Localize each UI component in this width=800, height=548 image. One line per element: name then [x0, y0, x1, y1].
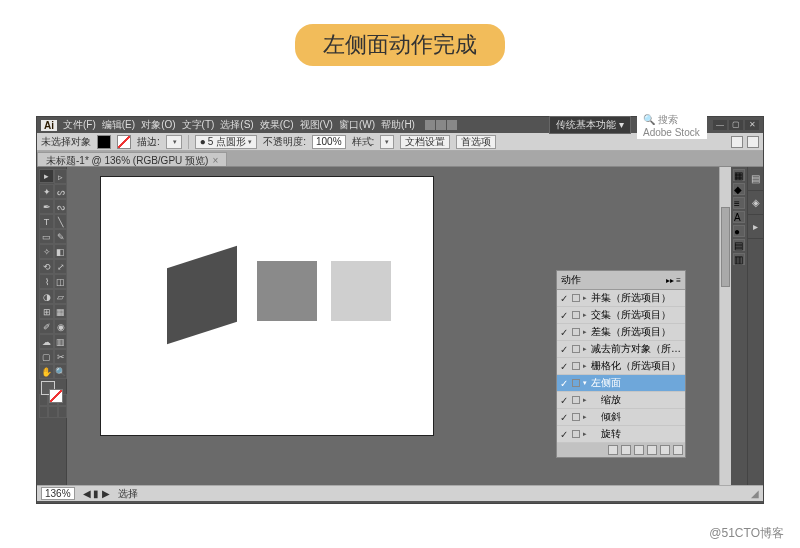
brush-select[interactable]: ● 5 点圆形▾: [195, 135, 257, 149]
shape-square-light[interactable]: [331, 261, 391, 321]
search-box[interactable]: 🔍 搜索 Adobe Stock: [637, 112, 707, 139]
lasso-tool[interactable]: ᔕ: [54, 184, 67, 199]
perspective-tool[interactable]: ▱: [54, 289, 67, 304]
dialog-toggle[interactable]: [572, 396, 580, 404]
dialog-toggle[interactable]: [572, 413, 580, 421]
transform-icon[interactable]: [747, 136, 759, 148]
fill-swatch[interactable]: [97, 135, 111, 149]
dialog-toggle[interactable]: [572, 311, 580, 319]
expand-toggle-icon[interactable]: ▸: [583, 345, 591, 353]
artboard-nav[interactable]: ◀ ▮ ▶: [83, 488, 111, 499]
shaper-tool[interactable]: ✧: [39, 244, 54, 259]
check-icon[interactable]: ✓: [559, 429, 569, 440]
dock-icon-6[interactable]: ▥: [733, 253, 745, 265]
action-row-7[interactable]: ✓▸倾斜: [557, 409, 685, 426]
dock-icon-2[interactable]: ≡: [733, 197, 745, 209]
check-icon[interactable]: ✓: [559, 361, 569, 372]
check-icon[interactable]: ✓: [559, 327, 569, 338]
dialog-toggle[interactable]: [572, 294, 580, 302]
minimize-button[interactable]: —: [713, 120, 727, 130]
new-set-button[interactable]: [647, 445, 657, 455]
menu-select[interactable]: 选择(S): [220, 118, 253, 132]
vertical-scrollbar[interactable]: [719, 167, 731, 485]
action-row-2[interactable]: ✓▸差集（所选项目）: [557, 324, 685, 341]
expand-toggle-icon[interactable]: ▸: [583, 396, 591, 404]
hand-tool[interactable]: ✋: [39, 364, 54, 379]
draw-behind-button[interactable]: [48, 406, 57, 418]
menu-file[interactable]: 文件(F): [63, 118, 96, 132]
check-icon[interactable]: ✓: [559, 310, 569, 321]
dock-icon-5[interactable]: ▤: [733, 239, 745, 251]
layers-icon[interactable]: ▤: [748, 167, 763, 191]
action-row-0[interactable]: ✓▸并集（所选项目）: [557, 290, 685, 307]
menu-object[interactable]: 对象(O): [141, 118, 175, 132]
dock-icon-1[interactable]: ◆: [733, 183, 745, 195]
slice-tool[interactable]: ✂: [54, 349, 67, 364]
magic-wand-tool[interactable]: ✦: [39, 184, 54, 199]
blend-tool[interactable]: ◉: [54, 319, 67, 334]
expand-toggle-icon[interactable]: ▸: [583, 362, 591, 370]
action-row-8[interactable]: ✓▸旋转: [557, 426, 685, 443]
menu-window[interactable]: 窗口(W): [339, 118, 375, 132]
shape-square-mid[interactable]: [257, 261, 317, 321]
expand-toggle-icon[interactable]: ▸: [583, 430, 591, 438]
record-action-button[interactable]: [621, 445, 631, 455]
expand-toggle-icon[interactable]: ▸: [583, 328, 591, 336]
action-row-1[interactable]: ✓▸交集（所选项目）: [557, 307, 685, 324]
dock-icon-3[interactable]: A: [733, 211, 745, 223]
menu-type[interactable]: 文字(T): [182, 118, 215, 132]
rotate-tool[interactable]: ⟲: [39, 259, 54, 274]
mesh-tool[interactable]: ⊞: [39, 304, 54, 319]
style-select[interactable]: ▾: [380, 135, 394, 149]
workspace-switcher[interactable]: 传统基本功能 ▾: [549, 116, 631, 134]
dialog-toggle[interactable]: [572, 379, 580, 387]
check-icon[interactable]: ✓: [559, 344, 569, 355]
check-icon[interactable]: ✓: [559, 412, 569, 423]
play-action-button[interactable]: [634, 445, 644, 455]
document-tab[interactable]: 未标题-1* @ 136% (RGB/GPU 预览)×: [37, 152, 227, 166]
dialog-toggle[interactable]: [572, 430, 580, 438]
scale-tool[interactable]: ⤢: [54, 259, 67, 274]
check-icon[interactable]: ✓: [559, 293, 569, 304]
doc-setup-button[interactable]: 文档设置: [400, 135, 450, 149]
menu-help[interactable]: 帮助(H): [381, 118, 415, 132]
eyedropper-tool[interactable]: ✐: [39, 319, 54, 334]
close-button[interactable]: ✕: [745, 120, 759, 130]
action-row-3[interactable]: ✓▸减去前方对象（所…: [557, 341, 685, 358]
actions-panel-header[interactable]: 动作 ▸▸ ≡: [557, 271, 685, 290]
new-action-button[interactable]: [660, 445, 670, 455]
action-row-5[interactable]: ✓▾左侧面: [557, 375, 685, 392]
prefs-button[interactable]: 首选项: [456, 135, 496, 149]
eraser-tool[interactable]: ◧: [54, 244, 67, 259]
artboard-tool[interactable]: ▢: [39, 349, 54, 364]
check-icon[interactable]: ✓: [559, 395, 569, 406]
zoom-level-input[interactable]: 136%: [41, 487, 75, 500]
expand-toggle-icon[interactable]: ▸: [583, 311, 591, 319]
selection-tool[interactable]: ▸: [39, 169, 54, 183]
artboard[interactable]: [101, 177, 433, 435]
free-transform-tool[interactable]: ◫: [54, 274, 67, 289]
menu-view[interactable]: 视图(V): [300, 118, 333, 132]
dialog-toggle[interactable]: [572, 362, 580, 370]
draw-normal-button[interactable]: [39, 406, 48, 418]
check-icon[interactable]: ✓: [559, 378, 569, 389]
shape-parallelogram[interactable]: [167, 246, 237, 345]
actions-icon[interactable]: ▸: [748, 215, 763, 239]
scrollbar-thumb[interactable]: [721, 207, 730, 287]
graph-tool[interactable]: ▥: [54, 334, 67, 349]
rectangle-tool[interactable]: ▭: [39, 229, 54, 244]
delete-action-button[interactable]: [673, 445, 683, 455]
stroke-swatch[interactable]: [117, 135, 131, 149]
draw-inside-button[interactable]: [58, 406, 67, 418]
fill-stroke-indicator[interactable]: [39, 381, 67, 407]
zoom-tool[interactable]: 🔍: [54, 364, 67, 379]
dialog-toggle[interactable]: [572, 328, 580, 336]
paintbrush-tool[interactable]: ✎: [54, 229, 67, 244]
type-tool[interactable]: T: [39, 214, 54, 229]
dock-icon-0[interactable]: ▦: [733, 169, 745, 181]
symbol-tool[interactable]: ☁: [39, 334, 54, 349]
gradient-tool[interactable]: ▦: [54, 304, 67, 319]
expand-toggle-icon[interactable]: ▾: [583, 379, 591, 387]
menubar-tool-icons[interactable]: [425, 120, 457, 130]
opacity-input[interactable]: 100%: [312, 135, 346, 149]
